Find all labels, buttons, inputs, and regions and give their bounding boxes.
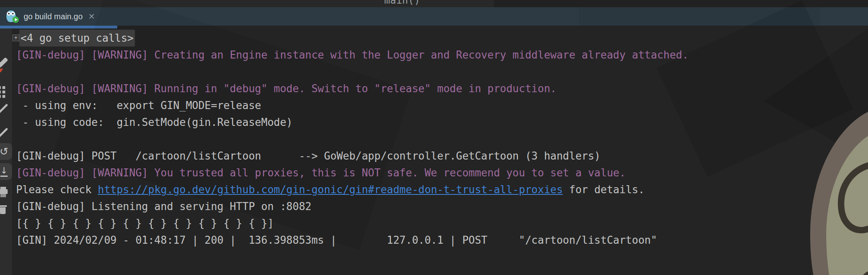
clear-all-icon[interactable] — [0, 203, 12, 218]
folded-region[interactable]: <4 go setup calls> — [19, 30, 135, 47]
console-line: [GIN-debug] [WARNING] Creating an Engine… — [16, 47, 868, 63]
console-line: [{ } { } { } { } { } { } { } { } { } { }… — [16, 215, 868, 232]
fold-expand-icon[interactable]: + — [12, 34, 19, 41]
soft-wrap-icon[interactable] — [0, 102, 12, 117]
gopher-eye — [7, 12, 11, 16]
scroll-to-end-icon[interactable]: ↓ — [0, 163, 12, 180]
scroll-to-end-glyph: ↓ — [0, 166, 8, 177]
console-line: [GIN-debug] [WARNING] Running in "debug"… — [16, 80, 868, 97]
console-lines: <4 go setup calls>[GIN-debug] [WARNING] … — [12, 28, 868, 249]
console-text: Please check — [16, 184, 98, 196]
console-line — [16, 131, 868, 148]
console-line: - using code: gin.SetMode(gin.ReleaseMod… — [16, 114, 868, 131]
run-toolbar: ↺ ↓ — [0, 28, 12, 275]
run-tool-window: main() go build main.go ✕ — [0, 0, 868, 275]
console-link[interactable]: https://pkg.go.dev/github.com/gin-gonic/… — [98, 184, 563, 196]
console-line: [GIN-debug] Listening and serving HTTP o… — [16, 198, 868, 215]
console-text: [{ } { } { } { } { } { } { } { } { } { }… — [16, 217, 274, 229]
diagonal-shape — [0, 103, 8, 114]
console-line: [GIN-debug] POST /cartoon/listCartoon --… — [16, 148, 868, 164]
background-shade — [494, 0, 868, 7]
console-line: [GIN] 2024/02/09 - 01:48:17 | 200 | 136.… — [16, 232, 868, 249]
console-text: [GIN-debug] [WARNING] Creating an Engine… — [16, 49, 689, 61]
go-gopher-run-icon — [6, 10, 19, 23]
tab-label: go build main.go — [24, 12, 83, 21]
console-text: - using code: gin.SetMode(gin.ReleaseMod… — [16, 116, 293, 128]
console-text: [GIN] 2024/02/09 - 01:48:17 | 200 | 136.… — [16, 234, 657, 246]
console-line: Please check https://pkg.go.dev/github.c… — [16, 181, 868, 198]
diagonal-shape — [0, 127, 8, 138]
console-line: [GIN-debug] [WARNING] You trusted all pr… — [16, 164, 868, 181]
console-text: - using env: export GIN_MODE=release — [16, 99, 261, 111]
restart-icon[interactable]: ↺ — [0, 143, 12, 160]
options-grid-icon[interactable] — [0, 85, 12, 100]
console-text: [GIN-debug] [WARNING] Running in "debug"… — [16, 83, 556, 95]
console-line: - using env: export GIN_MODE=release — [16, 97, 868, 114]
console-text: for details. — [563, 184, 645, 196]
console-text: [GIN-debug] Listening and serving HTTP o… — [16, 200, 312, 212]
soft-wrap-icon-2[interactable] — [0, 126, 12, 142]
edit-icon[interactable] — [0, 59, 12, 74]
restart-glyph: ↺ — [0, 146, 8, 157]
console-output: + <4 go setup calls>[GIN-debug] [WARNING… — [12, 28, 868, 275]
gopher-eye — [11, 12, 15, 16]
print-icon[interactable] — [0, 185, 12, 200]
console-text: [GIN-debug] POST /cartoon/listCartoon --… — [16, 150, 601, 162]
console-line — [16, 63, 868, 80]
pencil-red-shape — [0, 69, 3, 72]
editor-code-text: main() — [384, 0, 420, 6]
close-icon[interactable]: ✕ — [88, 12, 95, 21]
pencil-shape — [0, 57, 8, 68]
console-text: [GIN-debug] [WARNING] You trusted all pr… — [16, 167, 626, 179]
run-badge-icon — [12, 16, 19, 23]
console-line: <4 go setup calls> — [16, 30, 868, 47]
